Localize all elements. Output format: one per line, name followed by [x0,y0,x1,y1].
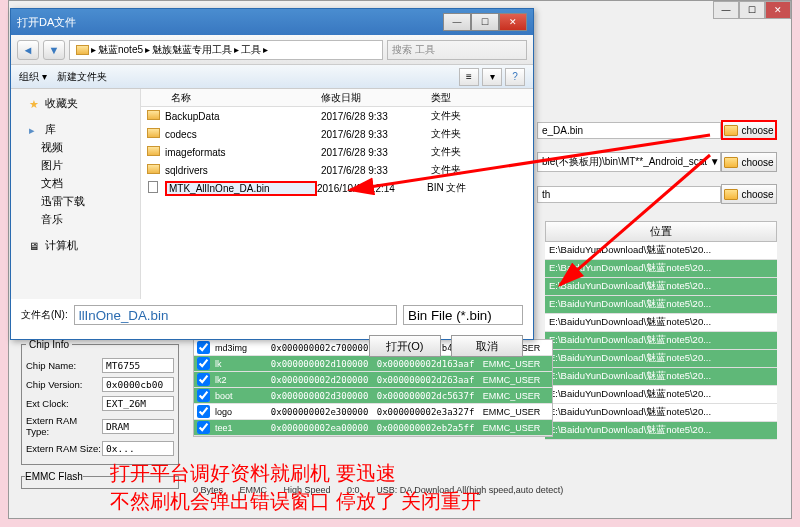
open-button[interactable]: 打开(O) [369,335,441,357]
location-row[interactable]: E:\BaiduYunDownload\魅蓝note5\20... [545,278,777,296]
sidebar-item[interactable]: 图片 [15,157,136,175]
ext-clock: EXT_26M [102,396,174,411]
choose-button[interactable]: choose [721,120,777,140]
file-list: 名称 修改日期 类型 BackupData2017/6/28 9:33文件夹co… [141,89,533,299]
dialog-title: 打开DA文件 [17,15,76,30]
partition-checkbox[interactable] [197,389,210,402]
sidebar-favorites[interactable]: ★收藏夹 [15,93,136,113]
partition-checkbox[interactable] [197,421,210,434]
dialog-titlebar[interactable]: 打开DA文件 — ☐ ✕ [11,9,533,35]
sidebar-item[interactable]: 文档 [15,175,136,193]
file-row[interactable]: sqldrivers2017/6/28 9:33文件夹 [141,161,533,179]
bg-minimize-button[interactable]: — [713,1,739,19]
sidebar-item[interactable]: 视频 [15,139,136,157]
sidebar-item[interactable]: 迅雷下载 [15,193,136,211]
organize-menu[interactable]: 组织 ▾ [19,70,47,84]
ram-size: 0x... [102,441,174,456]
location-table: 位置 E:\BaiduYunDownload\魅蓝note5\20...E:\B… [545,221,777,440]
location-row[interactable]: E:\BaiduYunDownload\魅蓝note5\20... [545,332,777,350]
location-row[interactable]: E:\BaiduYunDownload\魅蓝note5\20... [545,368,777,386]
sidebar-computer[interactable]: 🖥计算机 [15,235,136,255]
location-row[interactable]: E:\BaiduYunDownload\魅蓝note5\20... [545,386,777,404]
filename-input[interactable] [74,305,397,325]
file-row[interactable]: imageformats2017/6/28 9:33文件夹 [141,143,533,161]
location-row[interactable]: E:\BaiduYunDownload\魅蓝note5\20... [545,242,777,260]
choose-panel: e_DA.binchooseble(不换板用)\bin\MT**_Android… [537,119,777,215]
location-row[interactable]: E:\BaiduYunDownload\魅蓝note5\20... [545,422,777,440]
cancel-button[interactable]: 取消 [451,335,523,357]
annotation-line2: 不然刷机会弹出错误窗口 停放了 关闭重开 [110,488,481,514]
partition-checkbox[interactable] [197,373,210,386]
search-input[interactable]: 搜索 工具 [387,40,527,60]
help-icon[interactable]: ? [505,68,525,86]
newfolder-button[interactable]: 新建文件夹 [57,70,107,84]
col-type[interactable]: 类型 [431,91,511,105]
maximize-button[interactable]: ☐ [471,13,499,31]
view-dropdown-icon[interactable]: ▾ [482,68,502,86]
filename-label: 文件名(N): [21,308,68,322]
close-button[interactable]: ✕ [499,13,527,31]
nav-bar: ◄ ▼ ▸ 魅蓝note5 ▸ 魅族魅蓝专用工具 ▸ 工具 ▸ 搜索 工具 [11,35,533,65]
nav-back-button[interactable]: ◄ [17,40,39,60]
ram-type: DRAM [102,419,174,434]
nav-fwd-button[interactable]: ▼ [43,40,65,60]
sidebar-item[interactable]: 音乐 [15,211,136,229]
col-date[interactable]: 修改日期 [321,91,431,105]
partition-row[interactable]: boot0x000000002d3000000x000000002dc5637f… [194,388,552,404]
bg-close-button[interactable]: ✕ [765,1,791,19]
col-name[interactable]: 名称 [141,91,321,105]
annotation-line1: 打开平台调好资料就刷机 要迅速 [110,460,396,486]
bg-maximize-button[interactable]: ☐ [739,1,765,19]
file-row[interactable]: codecs2017/6/28 9:33文件夹 [141,125,533,143]
partition-row[interactable]: logo0x000000002e3000000x000000002e3a327f… [194,404,552,420]
location-header: 位置 [545,221,777,242]
bg-window-controls: — ☐ ✕ [713,1,791,19]
location-row[interactable]: E:\BaiduYunDownload\魅蓝note5\20... [545,350,777,368]
minimize-button[interactable]: — [443,13,471,31]
location-row[interactable]: E:\BaiduYunDownload\魅蓝note5\20... [545,296,777,314]
choose-button[interactable]: choose [721,152,777,172]
location-row[interactable]: E:\BaiduYunDownload\魅蓝note5\20... [545,314,777,332]
sidebar-libraries[interactable]: ▸库 [15,119,136,139]
file-row[interactable]: MTK_AllInOne_DA.bin2016/10/17 12:14BIN 文… [141,179,533,197]
location-row[interactable]: E:\BaiduYunDownload\魅蓝note5\20... [545,260,777,278]
location-row[interactable]: E:\BaiduYunDownload\魅蓝note5\20... [545,404,777,422]
file-row[interactable]: BackupData2017/6/28 9:33文件夹 [141,107,533,125]
partition-row[interactable]: lk20x000000002d2000000x000000002d263aafE… [194,372,552,388]
sidebar: ★收藏夹 ▸库 视频图片文档迅雷下载音乐 🖥计算机 [11,89,141,299]
breadcrumb[interactable]: ▸ 魅蓝note5 ▸ 魅族魅蓝专用工具 ▸ 工具 ▸ [69,40,383,60]
choose-button[interactable]: choose [721,184,777,204]
filetype-select[interactable] [403,305,523,325]
view-icon[interactable]: ≡ [459,68,479,86]
partition-row[interactable]: tee10x000000002ea000000x000000002eb2a5ff… [194,420,552,436]
dialog-toolbar: 组织 ▾ 新建文件夹 ≡ ▾ ? [11,65,533,89]
file-open-dialog: 打开DA文件 — ☐ ✕ ◄ ▼ ▸ 魅蓝note5 ▸ 魅族魅蓝专用工具 ▸ … [10,8,534,340]
chip-version: 0x0000cb00 [102,377,174,392]
partition-checkbox[interactable] [197,405,210,418]
dialog-footer: 文件名(N): [11,299,533,331]
